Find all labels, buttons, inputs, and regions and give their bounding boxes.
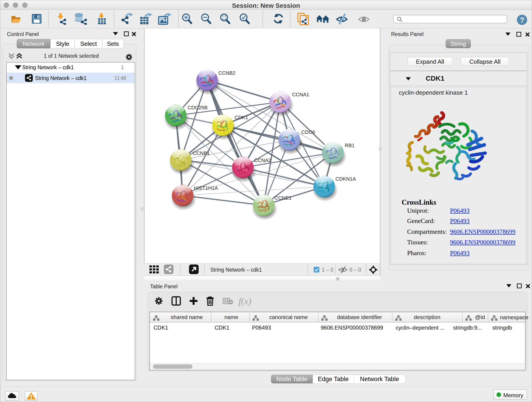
svg-text:CCNE1: CCNE1: [274, 195, 292, 201]
svg-text:RB1: RB1: [345, 143, 355, 148]
svg-text:CCNA2: CCNA2: [254, 157, 271, 163]
svg-text:?: ?: [520, 16, 524, 24]
svg-text:CDK1: CDK1: [234, 115, 248, 120]
svg-text:CCNB1: CCNB1: [193, 150, 210, 156]
svg-text:CDC25B: CDC25B: [188, 105, 208, 110]
svg-text:CCNA1: CCNA1: [292, 92, 309, 97]
svg-text:CDC6: CDC6: [301, 129, 315, 135]
svg-text:HIST1H1A: HIST1H1A: [194, 185, 218, 191]
svg-text:CCNB2: CCNB2: [218, 70, 235, 76]
svg-text:CDKN1A: CDKN1A: [336, 176, 356, 182]
